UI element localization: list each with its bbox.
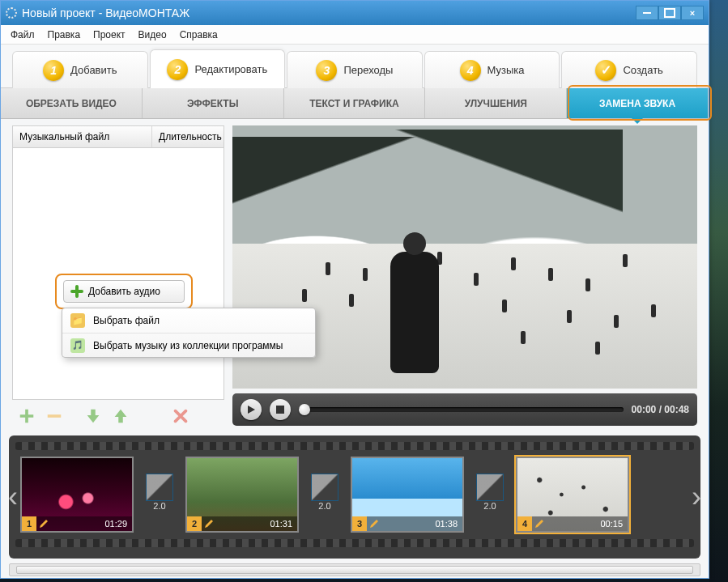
edit-clip-icon[interactable] xyxy=(367,516,381,531)
add-audio-button[interactable]: Добавить аудио xyxy=(63,280,185,303)
timeline: ‹ 1 01:29 2.0 2 xyxy=(9,435,700,559)
col-header-duration[interactable]: Длительность xyxy=(152,126,224,147)
menu-project[interactable]: Проект xyxy=(93,29,126,40)
menu-item-label: Выбрать файл xyxy=(93,315,160,326)
timeline-prev[interactable]: ‹ xyxy=(6,481,20,513)
edit-clip-icon[interactable] xyxy=(532,516,547,531)
clip-time: 01:29 xyxy=(104,519,132,529)
time-current: 00:00 xyxy=(632,404,657,415)
folder-icon: 📁 xyxy=(70,313,85,328)
step-transitions[interactable]: 3 Переходы xyxy=(287,51,423,88)
step-label: Редактировать xyxy=(194,63,267,75)
menu-file[interactable]: Файл xyxy=(11,29,35,40)
step-badge-2: 2 xyxy=(167,59,188,80)
transition-value: 2.0 xyxy=(483,501,496,511)
clip-number: 4 xyxy=(517,516,532,531)
transition-icon[interactable] xyxy=(311,474,338,501)
edit-clip-icon[interactable] xyxy=(36,516,51,531)
clip-3[interactable]: 3 01:38 xyxy=(351,457,464,533)
film-edge-bottom xyxy=(15,539,694,547)
scrollbar-thumb[interactable] xyxy=(16,566,693,574)
plus-icon xyxy=(70,285,83,298)
clip-number: 1 xyxy=(22,516,36,531)
subtab-trim[interactable]: ОБРЕЗАТЬ ВИДЕО xyxy=(1,88,143,118)
transition-value: 2.0 xyxy=(153,501,165,511)
progress-bar[interactable] xyxy=(299,407,624,412)
audio-list[interactable]: Добавить аудио xyxy=(12,148,224,400)
timeline-scrollbar[interactable] xyxy=(9,563,700,576)
step-label: Создать xyxy=(623,64,662,76)
preview-foreground-person xyxy=(390,252,439,373)
transition-icon[interactable] xyxy=(476,474,504,501)
time-total: 00:48 xyxy=(664,404,689,415)
clip-time: 00:15 xyxy=(600,519,628,529)
time-display: 00:00 / 00:48 xyxy=(632,404,689,415)
transition-icon[interactable] xyxy=(146,474,173,501)
menu-bar: Файл Правка Проект Видео Справка xyxy=(1,25,709,45)
app-window: Новый проект - ВидеоМОНТАЖ × Файл Правка… xyxy=(0,0,709,579)
play-button[interactable] xyxy=(241,399,262,420)
transition-1[interactable]: 2.0 xyxy=(142,474,177,516)
transition-2[interactable]: 2.0 xyxy=(307,474,343,516)
clip-time: 01:31 xyxy=(270,519,297,529)
subtab-improve[interactable]: УЛУЧШЕНИЯ xyxy=(425,88,567,118)
move-up-button[interactable] xyxy=(111,406,130,426)
work-area: Музыкальный файл Длительность Добавить а… xyxy=(1,119,709,431)
menu-item-select-file[interactable]: 📁 Выбрать файл xyxy=(62,308,315,333)
step-label: Музыка xyxy=(487,64,525,76)
svg-rect-0 xyxy=(48,414,62,418)
step-tabs: 1 Добавить 2 Редактировать 3 Переходы 4 … xyxy=(1,45,709,88)
add-audio-menu: 📁 Выбрать файл 🎵 Выбрать музыку из колле… xyxy=(62,308,316,358)
clip-2[interactable]: 2 01:31 xyxy=(185,457,299,533)
step-music[interactable]: 4 Музыка xyxy=(424,51,560,88)
audio-list-pane: Музыкальный файл Длительность Добавить а… xyxy=(12,125,224,426)
add-audio-label: Добавить аудио xyxy=(88,286,160,297)
step-badge-check: ✓ xyxy=(595,60,616,81)
step-badge-1: 1 xyxy=(43,60,64,81)
add-button[interactable] xyxy=(17,406,36,426)
col-header-file[interactable]: Музыкальный файл xyxy=(13,126,152,147)
preview-pane: 00:00 / 00:48 xyxy=(232,125,697,426)
minimize-button[interactable] xyxy=(636,6,658,20)
step-edit[interactable]: 2 Редактировать xyxy=(150,49,286,88)
delete-button[interactable] xyxy=(171,406,190,426)
desktop-sliver xyxy=(709,0,728,582)
svg-rect-1 xyxy=(276,406,284,414)
edit-clip-icon[interactable] xyxy=(202,516,216,531)
step-badge-4: 4 xyxy=(460,60,481,81)
audio-list-toolbar xyxy=(12,400,224,426)
app-icon xyxy=(6,7,17,19)
step-add[interactable]: 1 Добавить xyxy=(12,51,148,88)
audio-list-header: Музыкальный файл Длительность xyxy=(12,125,224,148)
clip-1[interactable]: 1 01:29 xyxy=(20,457,134,533)
player-bar: 00:00 / 00:48 xyxy=(232,393,697,426)
subtab-effects[interactable]: ЭФФЕКТЫ xyxy=(143,88,284,118)
remove-button[interactable] xyxy=(45,406,64,426)
film-edge-top xyxy=(15,442,694,450)
menu-item-label: Выбрать музыку из коллекции программы xyxy=(93,340,283,351)
clip-number: 2 xyxy=(187,516,202,531)
music-icon: 🎵 xyxy=(70,338,85,353)
subtab-replace-sound[interactable]: ЗАМЕНА ЗВУКА xyxy=(567,88,709,118)
subtabs: ОБРЕЗАТЬ ВИДЕО ЭФФЕКТЫ ТЕКСТ И ГРАФИКА У… xyxy=(1,88,709,119)
transition-3[interactable]: 2.0 xyxy=(472,474,508,516)
menu-edit[interactable]: Правка xyxy=(48,29,81,40)
clip-number: 3 xyxy=(352,516,367,531)
step-create[interactable]: ✓ Создать xyxy=(561,51,697,88)
maximize-button[interactable] xyxy=(658,6,681,20)
clip-time: 01:38 xyxy=(435,519,462,529)
window-controls: × xyxy=(636,6,704,20)
stop-button[interactable] xyxy=(270,399,291,420)
menu-item-from-collection[interactable]: 🎵 Выбрать музыку из коллекции программы xyxy=(62,333,315,357)
step-label: Переходы xyxy=(343,64,393,76)
menu-video[interactable]: Видео xyxy=(138,29,167,40)
menu-help[interactable]: Справка xyxy=(180,29,218,40)
clip-4[interactable]: 4 00:15 xyxy=(516,457,629,533)
close-button[interactable]: × xyxy=(681,6,704,20)
transition-value: 2.0 xyxy=(318,501,330,511)
timeline-next[interactable]: › xyxy=(689,481,704,513)
subtab-text[interactable]: ТЕКСТ И ГРАФИКА xyxy=(284,88,426,118)
progress-knob[interactable] xyxy=(299,404,310,415)
titlebar[interactable]: Новый проект - ВидеоМОНТАЖ × xyxy=(1,1,709,25)
move-down-button[interactable] xyxy=(83,406,103,426)
